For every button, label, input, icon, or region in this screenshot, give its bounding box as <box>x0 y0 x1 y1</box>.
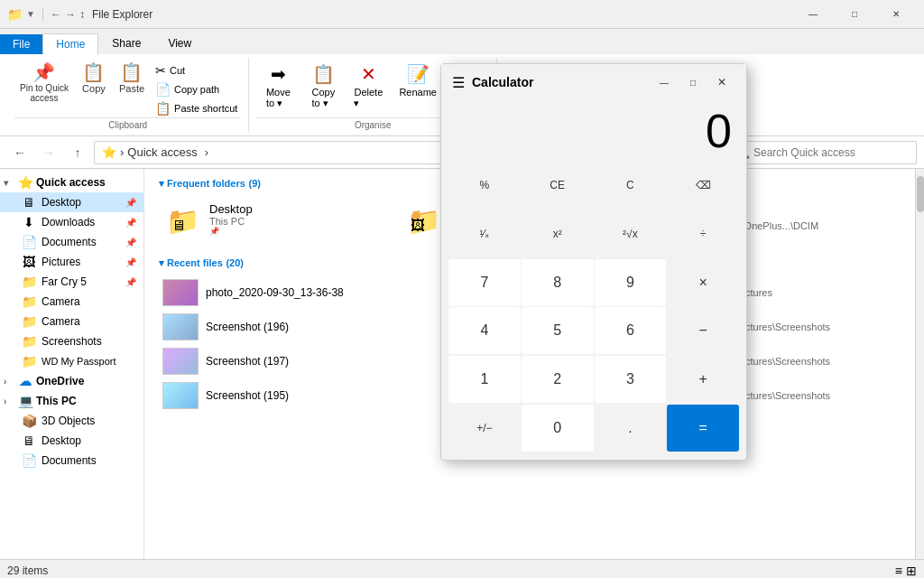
pin-to-quick-access-button[interactable]: 📌 Pin to Quick access <box>14 60 74 107</box>
sidebar-section-onedrive[interactable]: › ☁ OneDrive <box>0 371 143 391</box>
scrollbar-thumb[interactable] <box>917 176 924 212</box>
calc-percent-button[interactable]: % <box>448 162 521 209</box>
sidebar-section-this-pc[interactable]: › 💻 This PC <box>0 391 143 411</box>
sidebar-item-desktop-pc[interactable]: 🖥 Desktop <box>0 431 143 451</box>
calc-backspace-button[interactable]: ⌫ <box>667 162 739 209</box>
screenshots-label: Screenshots <box>42 335 102 348</box>
calc-ce-button[interactable]: CE <box>522 162 594 209</box>
calc-8-button[interactable]: 8 <box>522 259 594 306</box>
copy-path-button[interactable]: 📄 Copy path <box>152 80 241 98</box>
chevron-pc-icon: › <box>4 396 14 406</box>
close-button[interactable]: ✕ <box>875 0 917 29</box>
calc-negate-button[interactable]: +/− <box>448 405 521 452</box>
calc-sqrt-button[interactable]: ²√x <box>595 210 667 257</box>
move-to-button[interactable]: ➡ Moveto ▾ <box>256 60 300 113</box>
search-box[interactable]: 🔍 <box>727 141 917 164</box>
sidebar-item-screenshots[interactable]: 📁 Screenshots <box>0 331 143 351</box>
wd-icon: 📁 <box>22 354 36 368</box>
cut-button[interactable]: ✂ Cut <box>152 61 241 79</box>
grid-view-button[interactable]: ⊞ <box>906 564 917 578</box>
collapse-recent-icon: ▾ <box>159 257 167 268</box>
desktop-folder-path: This PC <box>209 216 253 227</box>
sidebar-item-camera1[interactable]: 📁 Camera <box>0 292 143 312</box>
sidebar-item-farcry5[interactable]: 📁 Far Cry 5 📌 <box>0 272 143 292</box>
calc-maximize-button[interactable]: □ <box>679 71 707 93</box>
frequent-folders-title: Frequent folders <box>167 178 245 189</box>
sidebar-item-desktop[interactable]: 🖥 Desktop 📌 <box>0 192 143 212</box>
up-button[interactable]: ↑ <box>65 140 90 165</box>
calc-equals-button[interactable]: = <box>667 405 739 452</box>
sidebar-item-camera2[interactable]: 📁 Camera <box>0 312 143 331</box>
move-label: Moveto ▾ <box>266 87 291 109</box>
calc-multiply-button[interactable]: × <box>667 259 739 306</box>
file-thumb-0 <box>162 279 199 306</box>
recent-files-count: (20) <box>226 257 244 268</box>
calc-6-button[interactable]: 6 <box>595 307 667 354</box>
copy-label: Copy <box>82 83 106 94</box>
sidebar-item-3dobjects[interactable]: 📦 3D Objects <box>0 411 143 431</box>
camera1-icon: 📁 <box>22 294 36 309</box>
list-view-button[interactable]: ≡ <box>895 564 902 578</box>
tab-file[interactable]: File <box>0 34 42 54</box>
calc-divide-button[interactable]: ÷ <box>667 210 739 257</box>
onedrive-label: OneDrive <box>36 375 84 387</box>
maximize-button[interactable]: □ <box>834 0 875 29</box>
calc-3-button[interactable]: 3 <box>595 356 667 403</box>
sidebar-section-quick-access[interactable]: ▾ ⭐ Quick access <box>0 172 143 192</box>
tab-view[interactable]: View <box>154 33 205 54</box>
sidebar-item-wdpassport[interactable]: 📁 WD My Passport <box>0 351 143 371</box>
tab-share[interactable]: Share <box>98 33 154 54</box>
calc-subtract-button[interactable]: − <box>667 307 739 354</box>
3dobjects-label: 3D Objects <box>42 415 95 427</box>
file-thumb-2 <box>162 348 199 375</box>
back-button[interactable]: ← <box>7 140 32 165</box>
star-icon: ⭐ <box>18 175 32 190</box>
sidebar-item-pictures[interactable]: 🖼 Pictures 📌 <box>0 252 143 272</box>
desktop-label: Desktop <box>42 196 81 209</box>
pictures-label: Pictures <box>42 256 80 268</box>
paste-shortcut-button[interactable]: 📋 Paste shortcut <box>152 99 241 117</box>
scrollbar[interactable] <box>915 169 924 559</box>
clipboard-label: Clipboard <box>14 117 241 132</box>
file-thumb-1 <box>162 313 199 340</box>
rename-button[interactable]: 📝 Rename <box>392 60 444 101</box>
calc-c-button[interactable]: C <box>595 162 667 209</box>
calc-0-button[interactable]: 0 <box>522 405 594 452</box>
sidebar-item-documents[interactable]: 📄 Documents 📌 <box>0 232 143 252</box>
paste-button[interactable]: 📋 Paste <box>114 60 150 98</box>
calc-square-button[interactable]: x² <box>522 210 594 257</box>
forward-button[interactable]: → <box>36 140 61 165</box>
calc-1-button[interactable]: 1 <box>448 356 521 403</box>
calc-display: 0 <box>441 100 746 158</box>
minimize-button[interactable]: — <box>792 0 834 29</box>
calc-close-button[interactable]: ✕ <box>708 71 735 93</box>
calc-2-button[interactable]: 2 <box>522 356 594 403</box>
sidebar-item-docs-pc[interactable]: 📄 Documents <box>0 451 143 471</box>
tab-home[interactable]: Home <box>42 33 98 55</box>
delete-button[interactable]: ✕ Delete▾ <box>346 60 390 113</box>
downloads-icon: ⬇ <box>22 215 36 229</box>
documents-label: Documents <box>42 236 97 248</box>
pin-label: Pin to Quick access <box>20 83 69 103</box>
paste-label: Paste <box>119 83 144 94</box>
calc-4-button[interactable]: 4 <box>448 307 521 354</box>
folder-item-desktop[interactable]: 📁 🖥 Desktop This PC 📌 <box>159 197 396 241</box>
desktop-folder-info: Desktop This PC 📌 <box>209 202 253 236</box>
calc-reciprocal-button[interactable]: ¹⁄ₓ <box>448 210 521 257</box>
search-input[interactable] <box>753 146 898 159</box>
clipboard-buttons: 📌 Pin to Quick access 📋 Copy 📋 Paste ✂ C… <box>14 58 241 117</box>
copy-to-button[interactable]: 📋 Copyto ▾ <box>301 60 345 113</box>
calc-hamburger-icon[interactable]: ☰ <box>452 74 465 91</box>
calc-5-button[interactable]: 5 <box>522 307 594 354</box>
title-bar-title: File Explorer <box>92 8 152 21</box>
calc-7-button[interactable]: 7 <box>448 259 521 306</box>
pin-indicator-5: 📌 <box>125 277 136 287</box>
calc-title: Calculator <box>472 75 533 89</box>
camera2-icon: 📁 <box>22 314 36 329</box>
calc-9-button[interactable]: 9 <box>595 259 667 306</box>
sidebar-item-downloads[interactable]: ⬇ Downloads 📌 <box>0 212 143 232</box>
calc-minimize-button[interactable]: — <box>651 71 678 93</box>
calc-add-button[interactable]: + <box>667 356 739 403</box>
copy-button[interactable]: 📋 Copy <box>76 60 112 98</box>
calc-decimal-button[interactable]: . <box>595 405 667 452</box>
